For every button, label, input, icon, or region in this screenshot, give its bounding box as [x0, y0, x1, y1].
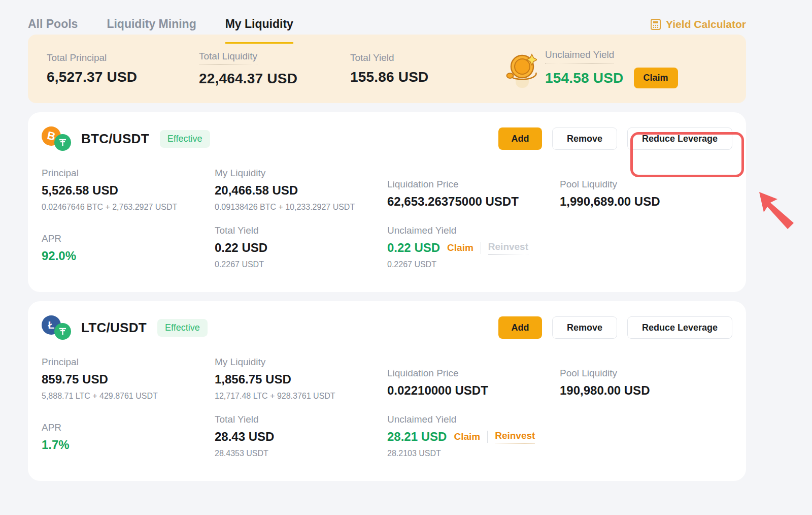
tab-all-pools[interactable]: All Pools [28, 17, 78, 42]
unclaimed-yield-stat: Unclaimed Yield 0.22 USD Claim Reinvest … [387, 225, 560, 269]
total-yield-stat: Total Yield 0.22 USD 0.2267 USDT [215, 225, 387, 269]
remove-button[interactable]: Remove [552, 127, 617, 150]
tab-my-liquidity[interactable]: My Liquidity [225, 17, 293, 44]
unclaimed-yield-summary: Unclaimed Yield 154.58 USD Claim [545, 49, 678, 88]
principal-stat: Principal 859.75 USD 5,888.71 LTC + 429.… [42, 357, 215, 401]
yield-calculator-label: Yield Calculator [666, 18, 746, 30]
tab-bar: All Pools Liquidity Mining My Liquidity … [28, 0, 746, 33]
total-liquidity: Total Liquidity 22,464.37 USD [199, 51, 350, 87]
claim-link[interactable]: Claim [447, 242, 473, 253]
total-principal: Total Principal 6,527.37 USD [47, 52, 199, 85]
usdt-coin-icon [54, 134, 71, 151]
gold-coin-icon [505, 49, 537, 89]
reduce-leverage-button[interactable]: Reduce Leverage [627, 316, 732, 339]
principal-stat: Principal 5,526.58 USD 0.02467646 BTC + … [42, 168, 215, 212]
liquidation-price-stat: Liquidation Price 62,653.26375000 USDT [387, 168, 560, 212]
remove-button[interactable]: Remove [552, 316, 617, 339]
tab-liquidity-mining[interactable]: Liquidity Mining [107, 17, 196, 42]
total-liquidity-label: Total Liquidity [199, 51, 257, 65]
reinvest-link[interactable]: Reinvest [495, 430, 535, 444]
total-principal-label: Total Principal [47, 52, 199, 63]
pair-name: BTC/USDT [81, 131, 149, 147]
annotation-arrow-icon [754, 189, 797, 234]
apr-stat: APR 1.7% [42, 414, 215, 458]
claim-button[interactable]: Claim [634, 68, 678, 88]
my-liquidity-stat: My Liquidity 1,856.75 USD 12,717.48 LTC … [215, 357, 387, 401]
total-principal-value: 6,527.37 USD [47, 69, 199, 85]
add-button[interactable]: Add [498, 316, 542, 339]
pool-card-btc-usdt: B BTC/USDT Effective Add Remove Reduce L… [28, 112, 746, 292]
pool-card-ltc-usdt: Ł LTC/USDT Effective Add Remove Reduce L… [28, 301, 746, 481]
pool-liquidity-stat: Pool Liquidity 190,980.00 USD [560, 357, 732, 401]
claim-link[interactable]: Claim [454, 431, 480, 442]
total-yield-stat: Total Yield 28.43 USD 28.4353 USDT [215, 414, 387, 458]
total-yield-value: 155.86 USD [350, 69, 476, 85]
calculator-icon [650, 18, 661, 30]
pool-liquidity-stat: Pool Liquidity 1,990,689.00 USD [560, 168, 732, 212]
unclaimed-yield-label: Unclaimed Yield [545, 49, 614, 63]
my-liquidity-stat: My Liquidity 20,466.58 USD 0.09138426 BT… [215, 168, 387, 212]
status-badge: Effective [157, 319, 208, 337]
unclaimed-yield-value: 154.58 USD [545, 70, 624, 86]
total-yield: Total Yield 155.86 USD [350, 52, 476, 85]
add-button[interactable]: Add [498, 127, 542, 150]
pair-icons: Ł [42, 315, 72, 340]
reduce-leverage-button[interactable]: Reduce Leverage [627, 127, 732, 150]
pair-name: LTC/USDT [81, 320, 147, 336]
unclaimed-yield-stat: Unclaimed Yield 28.21 USD Claim Reinvest… [387, 414, 560, 458]
summary-bar: Total Principal 6,527.37 USD Total Liqui… [28, 35, 746, 103]
usdt-coin-icon [54, 323, 71, 340]
pair-icons: B [42, 126, 72, 151]
apr-stat: APR 92.0% [42, 225, 215, 269]
yield-calculator-link[interactable]: Yield Calculator [650, 18, 746, 30]
liquidation-price-stat: Liquidation Price 0.02210000 USDT [387, 357, 560, 401]
total-liquidity-value: 22,464.37 USD [199, 71, 350, 87]
my-liquidity-page: All Pools Liquidity Mining My Liquidity … [0, 0, 812, 515]
status-badge: Effective [160, 130, 210, 148]
reinvest-link[interactable]: Reinvest [488, 241, 528, 255]
total-yield-label: Total Yield [350, 52, 476, 63]
